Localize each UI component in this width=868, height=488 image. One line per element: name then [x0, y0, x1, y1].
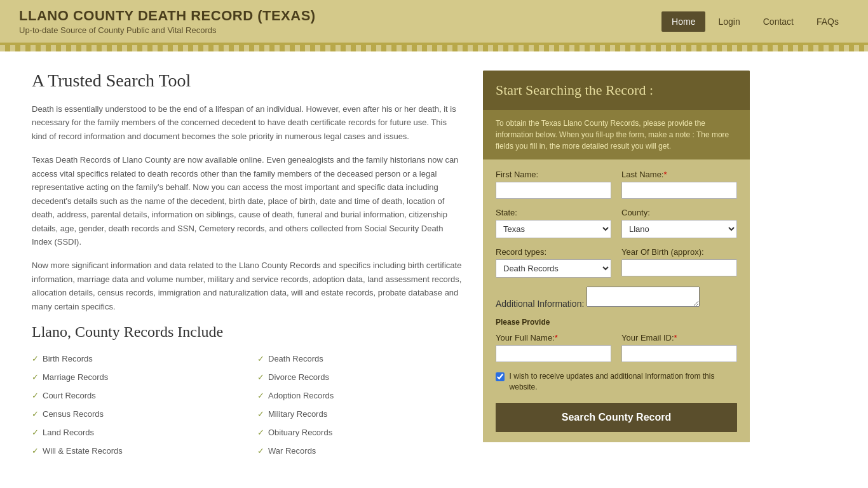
year-of-birth-label: Year Of Birth (approx): [621, 247, 737, 257]
county-select[interactable]: Llano Travis Harris Bexar [621, 220, 737, 238]
header: LLANO COUNTY DEATH RECORD (TEXAS) Up-to-… [0, 0, 868, 45]
list-item: ✓ Military Records [257, 406, 464, 422]
additional-info-input[interactable] [587, 287, 700, 307]
additional-info-label: Additional Information: [496, 299, 584, 309]
main-content: A Trusted Search Tool Death is essential… [0, 51, 868, 478]
form-header: Start Searching the Record : [483, 71, 750, 110]
first-name-group: First Name: [496, 170, 611, 199]
first-name-label: First Name: [496, 170, 611, 179]
county-label: County: [621, 208, 737, 217]
check-icon: ✓ [32, 372, 39, 382]
paragraph-3: Now more significant information and dat… [32, 259, 464, 313]
header-branding: LLANO COUNTY DEATH RECORD (TEXAS) Up-to-… [19, 8, 316, 35]
records-heading: Llano, County Records Include [32, 323, 464, 341]
list-item: ✓ Birth Records [32, 351, 238, 367]
check-icon: ✓ [32, 409, 39, 419]
list-item: ✓ Marriage Records [32, 369, 238, 385]
additional-info-group: Additional Information: [496, 287, 737, 309]
check-icon: ✓ [32, 354, 39, 363]
email-input[interactable] [621, 345, 737, 362]
please-provide-label: Please Provide [496, 318, 737, 327]
newsletter-checkbox[interactable] [496, 372, 505, 381]
full-name-label: Your Full Name:* [496, 333, 611, 342]
list-item: ✓ Will & Estate Records [32, 443, 238, 459]
paragraph-1: Death is essentially understood to be th… [32, 102, 464, 143]
left-column: A Trusted Search Tool Death is essential… [32, 71, 464, 459]
list-item: ✓ Court Records [32, 388, 238, 403]
form-title: Start Searching the Record : [496, 82, 737, 98]
check-icon: ✓ [32, 446, 39, 456]
records-grid: ✓ Birth Records ✓ Death Records ✓ Marria… [32, 351, 464, 459]
year-of-birth-group: Year Of Birth (approx): [621, 247, 737, 278]
check-icon: ✓ [32, 428, 39, 437]
form-description: To obtain the Texas Llano County Records… [483, 110, 750, 159]
nav-contact[interactable]: Contact [753, 11, 804, 32]
first-name-input[interactable] [496, 182, 611, 199]
list-item: ✓ Land Records [32, 424, 238, 440]
paragraph-2: Texas Death Records of Llano County are … [32, 153, 464, 248]
nav-home[interactable]: Home [661, 11, 705, 32]
check-icon: ✓ [257, 372, 264, 382]
full-name-group: Your Full Name:* [496, 333, 611, 362]
email-group: Your Email ID:* [621, 333, 737, 362]
contact-row: Your Full Name:* Your Email ID:* [496, 333, 737, 362]
header-nav: Home Login Contact FAQs [661, 11, 849, 32]
last-name-group: Last Name:* [621, 170, 737, 199]
site-title: LLANO COUNTY DEATH RECORD (TEXAS) [19, 8, 316, 24]
list-item: ✓ Divorce Records [257, 369, 464, 385]
check-icon: ✓ [257, 391, 264, 400]
newsletter-row: I wish to receive updates and additional… [496, 371, 737, 393]
search-form-card: Start Searching the Record : To obtain t… [483, 71, 750, 442]
nav-login[interactable]: Login [708, 11, 750, 32]
check-icon: ✓ [32, 391, 39, 400]
check-icon: ✓ [257, 428, 264, 437]
site-subtitle: Up-to-date Source of County Public and V… [19, 25, 316, 35]
right-column: Start Searching the Record : To obtain t… [483, 71, 750, 459]
nav-faqs[interactable]: FAQs [806, 11, 849, 32]
main-heading: A Trusted Search Tool [32, 71, 464, 91]
county-group: County: Llano Travis Harris Bexar [621, 208, 737, 238]
list-item: ✓ Obituary Records [257, 424, 464, 440]
list-item: ✓ War Records [257, 443, 464, 459]
form-body: First Name: Last Name:* State: [483, 159, 750, 442]
state-label: State: [496, 208, 611, 217]
check-icon: ✓ [257, 409, 264, 419]
last-name-input[interactable] [621, 182, 737, 199]
record-type-label: Record types: [496, 247, 611, 257]
record-type-row: Record types: Death Records Birth Record… [496, 247, 737, 278]
record-type-group: Record types: Death Records Birth Record… [496, 247, 611, 278]
year-of-birth-input[interactable] [621, 259, 737, 276]
name-row: First Name: Last Name:* [496, 170, 737, 199]
record-type-select[interactable]: Death Records Birth Records Marriage Rec… [496, 259, 611, 278]
list-item: ✓ Census Records [32, 406, 238, 422]
full-name-input[interactable] [496, 345, 611, 362]
state-group: State: Texas Alabama Alaska Arizona Arka… [496, 208, 611, 238]
search-county-record-button[interactable]: Search County Record [496, 403, 737, 432]
list-item: ✓ Adoption Records [257, 388, 464, 403]
check-icon: ✓ [257, 354, 264, 363]
check-icon: ✓ [257, 446, 264, 456]
state-county-row: State: Texas Alabama Alaska Arizona Arka… [496, 208, 737, 238]
newsletter-label: I wish to receive updates and additional… [510, 371, 737, 393]
state-select[interactable]: Texas Alabama Alaska Arizona Arkansas Ca… [496, 220, 611, 238]
email-label: Your Email ID:* [621, 333, 737, 342]
last-name-label: Last Name:* [621, 170, 737, 179]
decorative-border [0, 45, 868, 51]
list-item: ✓ Death Records [257, 351, 464, 367]
